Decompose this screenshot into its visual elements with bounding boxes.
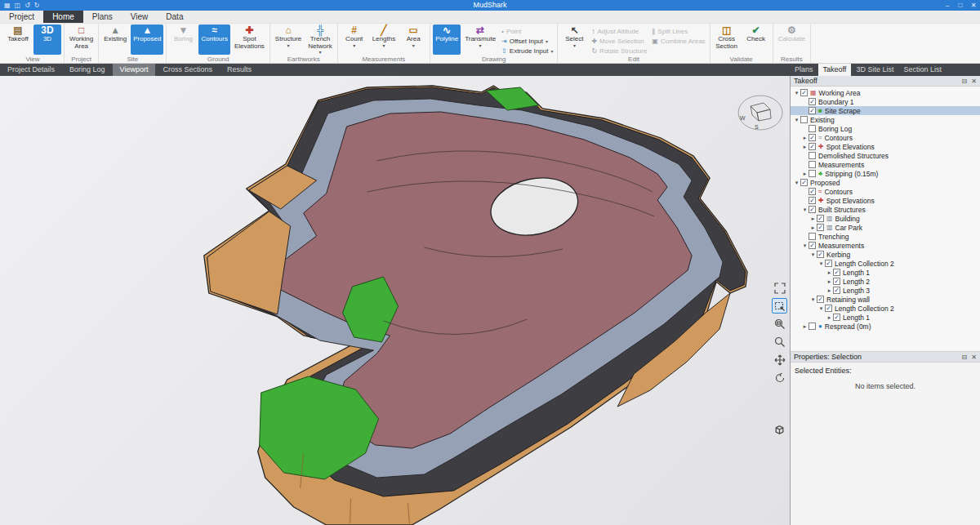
pin-icon[interactable]: ⊟	[962, 76, 968, 87]
checkbox[interactable]: ✓	[825, 260, 832, 267]
maximize-icon[interactable]: □	[954, 0, 967, 11]
tree-item-working-area[interactable]: ▾✓▦Working Area	[791, 88, 980, 97]
panel-tab-plans[interactable]: Plans	[790, 64, 818, 76]
ribbon-button-structure[interactable]: ⌂Structure▾	[273, 24, 304, 55]
tree-item-length-1[interactable]: ▸✓Length 1	[791, 313, 980, 322]
checkbox[interactable]: ✓	[808, 188, 816, 195]
checkbox[interactable]	[800, 116, 808, 123]
checkbox[interactable]: ✓	[833, 278, 840, 285]
expanded-arrow-icon[interactable]: ▾	[801, 242, 808, 249]
collapsed-arrow-icon[interactable]: ▸	[826, 287, 833, 294]
checkbox[interactable]: ✓	[833, 314, 840, 321]
expanded-arrow-icon[interactable]: ▾	[793, 117, 800, 123]
tree-item-site-scrape[interactable]: ✓■Site Scrape	[791, 106, 980, 115]
ribbon-button-lengths[interactable]: ╱Lengths▾	[370, 24, 398, 55]
tree-item-demolished-structures[interactable]: Demolished Structures	[791, 151, 980, 160]
zoom-extents-tool[interactable]	[772, 280, 787, 296]
tree-item-measurements[interactable]: Measurements	[791, 160, 980, 169]
checkbox[interactable]: ✓	[817, 224, 824, 231]
tree-item-building[interactable]: ▸✓▥Building	[791, 214, 980, 223]
redo-icon[interactable]: ↻	[34, 0, 40, 11]
ribbon-button-trench-network[interactable]: ╬Trench Network▾	[305, 24, 334, 55]
save-icon[interactable]: ◫	[15, 0, 21, 11]
expanded-arrow-icon[interactable]: ▾	[809, 251, 817, 258]
ribbon-button-3d[interactable]: 3D3D	[33, 24, 61, 55]
collapsed-arrow-icon[interactable]: ▸	[826, 278, 833, 285]
tree-item-contours[interactable]: ✓≈Contours	[791, 187, 980, 196]
checkbox[interactable]	[808, 233, 816, 240]
close-icon[interactable]: ✕	[967, 0, 980, 11]
tree-item-car-park[interactable]: ▸✓▥Car Park	[791, 223, 980, 232]
undo-icon[interactable]: ↺	[24, 0, 30, 11]
checkbox[interactable]	[808, 152, 816, 159]
expanded-arrow-icon[interactable]: ▾	[793, 180, 800, 186]
checkbox[interactable]: ✓	[825, 305, 832, 312]
tree-item-contours[interactable]: ▸✓≈Contours	[791, 133, 980, 142]
region-select-tool[interactable]	[772, 298, 787, 314]
viewport-3d[interactable]: W S	[0, 76, 790, 525]
checkbox[interactable]: ✓	[800, 179, 808, 186]
expanded-arrow-icon[interactable]: ▾	[809, 296, 817, 303]
ribbon-button-contours[interactable]: ≈Contours	[198, 24, 229, 55]
tree-item-built-structures[interactable]: ▾✓Built Structures	[791, 205, 980, 214]
panel-tab-3d-site-list[interactable]: 3D Site List	[851, 64, 898, 76]
ribbon-button-working-area[interactable]: □Working Area	[67, 24, 96, 55]
close-icon[interactable]: ✕	[971, 76, 977, 87]
collapsed-arrow-icon[interactable]: ▸	[809, 225, 817, 231]
tree-item-length-1[interactable]: ▸✓Length 1	[791, 268, 980, 277]
tree-item-proposed[interactable]: ▾✓Proposed	[791, 178, 980, 187]
expanded-arrow-icon[interactable]: ▾	[817, 305, 825, 312]
checkbox[interactable]: ✓	[833, 269, 840, 276]
tree-item-length-3[interactable]: ▸✓Length 3	[791, 286, 980, 295]
collapsed-arrow-icon[interactable]: ▸	[801, 144, 808, 150]
tree-item-spot-elevations[interactable]: ▸✓✚Spot Elevations	[791, 142, 980, 151]
expanded-arrow-icon[interactable]: ▾	[817, 260, 825, 267]
tree-item-boring-log[interactable]: Boring Log	[791, 124, 980, 133]
collapsed-arrow-icon[interactable]: ▸	[801, 171, 808, 177]
ribbon-button-spot-elevations[interactable]: ✚Spot Elevations	[232, 24, 267, 55]
tree-item-retaining-wall[interactable]: ▾✓Retaining wall	[791, 295, 980, 304]
expanded-arrow-icon[interactable]: ▾	[793, 90, 800, 96]
tab-results[interactable]: Results	[220, 64, 259, 76]
checkbox[interactable]: ✓	[808, 107, 816, 114]
ribbon-button-proposed[interactable]: ▲Proposed	[131, 24, 163, 55]
menu-tab-home[interactable]: Home	[43, 11, 83, 23]
tab-project-details[interactable]: Project Details	[0, 64, 62, 76]
checkbox[interactable]	[808, 161, 816, 168]
checkbox[interactable]	[808, 125, 816, 132]
collapsed-arrow-icon[interactable]: ▸	[801, 135, 808, 141]
app-icon[interactable]: ▦	[4, 0, 11, 11]
panel-tab-takeoff[interactable]: Takeoff	[818, 64, 852, 76]
tree-item-existing[interactable]: ▾Existing	[791, 115, 980, 124]
checkbox[interactable]: ✓	[800, 89, 808, 96]
tab-viewport[interactable]: Viewport	[113, 64, 156, 76]
checkbox[interactable]: ✓	[817, 296, 824, 303]
tree-item-kerbing[interactable]: ▾✓Kerbing	[791, 250, 980, 259]
ribbon-button-count[interactable]: #Count▾	[341, 24, 368, 55]
tree-item-boundary-1[interactable]: ✓Boundary 1	[791, 97, 980, 106]
checkbox[interactable]: ✓	[817, 215, 824, 222]
view-cube-tool[interactable]	[772, 422, 787, 438]
ribbon-button-check[interactable]: ✔Check	[742, 24, 770, 55]
ribbon-button-cross-section[interactable]: ◫Cross Section	[713, 24, 741, 55]
tree-item-stripping-0-15m[interactable]: ▸♣Stripping (0.15m)	[791, 169, 980, 178]
ribbon-button-transmute[interactable]: ⇄Transmute▾	[462, 24, 498, 55]
checkbox[interactable]: ✓	[808, 98, 816, 105]
tab-boring-log[interactable]: Boring Log	[62, 64, 113, 76]
checkbox[interactable]: ✓	[808, 242, 816, 249]
pin-icon[interactable]: ⊟	[962, 352, 968, 363]
collapsed-arrow-icon[interactable]: ▸	[826, 314, 833, 321]
collapsed-arrow-icon[interactable]: ▸	[826, 269, 833, 276]
panel-tab-section-list[interactable]: Section List	[898, 64, 947, 76]
checkbox[interactable]: ✓	[833, 287, 840, 294]
orientation-cube[interactable]: W S	[738, 96, 782, 130]
pan-tool[interactable]	[772, 352, 787, 367]
checkbox[interactable]: ✓	[808, 206, 816, 213]
expanded-arrow-icon[interactable]: ▾	[801, 207, 808, 213]
collapsed-arrow-icon[interactable]: ▸	[809, 216, 817, 222]
tree-item-trenching[interactable]: Trenching	[791, 232, 980, 241]
checkbox[interactable]: ✓	[808, 143, 816, 150]
minimize-icon[interactable]: –	[941, 0, 954, 11]
ribbon-button-offset-input[interactable]: ⇥Offset Input▾	[500, 37, 555, 45]
menu-tab-view[interactable]: View	[122, 11, 158, 23]
